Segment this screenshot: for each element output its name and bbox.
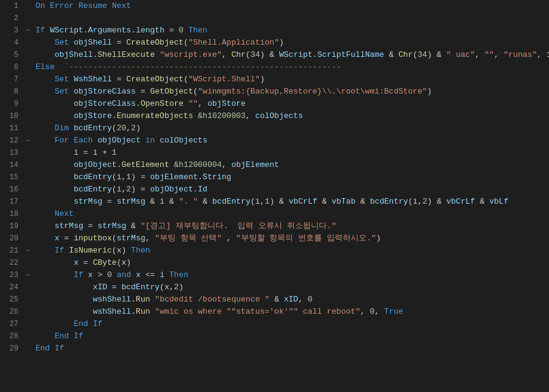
- token-in-12: in: [146, 135, 155, 147]
- token-korean-20b: "부팅할 항목의 번호를 입력하시오.": [236, 232, 376, 245]
- fold-4: [23, 37, 33, 49]
- token-enumobj: EnumerateObjects: [117, 110, 193, 122]
- code-line-28: End If: [35, 330, 549, 342]
- fold-3[interactable]: −: [23, 24, 33, 37]
- code-line-4: Set objShell = CreateObject("Shell.Appli…: [35, 37, 549, 49]
- line-num-15: 15: [0, 171, 18, 183]
- token-shellexecute: ShellExecute: [97, 49, 155, 61]
- token-2-17: 2: [422, 196, 427, 208]
- code-line-1: On Error Resume Next: [35, 0, 549, 12]
- token-bcdentry-15: bcdEntry: [73, 171, 111, 183]
- token-korean-19: "[경고] 재부팅합니다. 입력 오류시 취소됩니다.": [141, 220, 337, 232]
- code-content[interactable]: On Error Resume Next If WScript.Argument…: [33, 0, 549, 392]
- token-set-4: Set: [54, 37, 69, 49]
- code-line-3: If WScript.Arguments.length = 0 Then: [35, 24, 549, 37]
- fold-21[interactable]: −: [23, 245, 33, 257]
- token-wscript-exe: "wscript.exe": [160, 49, 222, 61]
- fold-2: [23, 12, 33, 24]
- token-objobject: objObject: [97, 135, 140, 147]
- line-num-18: 18: [0, 208, 18, 220]
- code-line-19: strMsg = strMsg & "[경고] 재부팅합니다. 입력 오류시 취…: [35, 220, 549, 232]
- token-xid-24: xID: [93, 281, 107, 294]
- token-objstoreclass: objStoreClass: [73, 86, 135, 98]
- token-0-23: 0: [107, 269, 112, 281]
- code-line-29: End If: [35, 342, 549, 355]
- token-wshshell-26: wshShell: [93, 306, 131, 318]
- token-arguments: Arguments: [88, 24, 131, 37]
- fold-25: [23, 294, 33, 306]
- token-true-26: True: [384, 306, 403, 318]
- fold-23[interactable]: −: [23, 269, 33, 281]
- token-vbcrlf-17b: vbCrLf: [446, 196, 475, 208]
- code-line-14: objObject.GetElement &h12000004, objElem…: [35, 159, 549, 171]
- line-num-6: 6: [0, 61, 18, 73]
- token-wshshell: WshShell: [73, 73, 111, 86]
- token-then-23: Then: [170, 269, 189, 281]
- line-num-20: 20: [0, 232, 18, 245]
- fold-14: [23, 159, 33, 171]
- token-bcdentry-17b: bcdEntry: [370, 196, 408, 208]
- line-num-13: 13: [0, 147, 18, 159]
- token-empty2: "": [189, 98, 198, 110]
- token-uac: " uac": [446, 49, 475, 61]
- token-end-if-27: End If: [73, 318, 102, 330]
- token-i-17: i: [160, 196, 165, 208]
- token-isnumeric: IsNumeric: [69, 245, 112, 257]
- token-inputbox: inputbox: [73, 232, 111, 245]
- token-getobject: GetObject: [150, 86, 193, 98]
- token-openstore: OpenStore: [141, 98, 184, 110]
- token-bcdentry-17a: bcdEntry: [212, 196, 250, 208]
- token-dot: ". ": [179, 196, 198, 208]
- token-1-13: 1: [112, 147, 117, 159]
- line-num-12: 12: [0, 135, 18, 147]
- token-on: On: [35, 0, 45, 12]
- line-num-3: 3: [0, 24, 18, 37]
- fold-7: [23, 73, 33, 86]
- token-scriptfullname: ScriptFullName: [317, 49, 384, 61]
- code-line-26: wshShell.Run "wmic os where ""status='ok…: [35, 306, 549, 318]
- line-num-19: 19: [0, 220, 18, 232]
- line-num-23: 23: [0, 269, 18, 281]
- token-1-15: 1: [126, 171, 131, 183]
- code-line-9: objStoreClass.OpenStore "", objStore: [35, 98, 549, 110]
- token-xid-25: xID: [284, 294, 298, 306]
- fold-13: [23, 147, 33, 159]
- token-if-21: If: [54, 245, 64, 257]
- token-getelement: GetElement: [121, 159, 169, 171]
- fold-12[interactable]: −: [23, 135, 33, 147]
- token-x-23b: x: [136, 269, 141, 281]
- token-resume: Resume: [78, 0, 107, 12]
- token-next-1: Next: [112, 0, 131, 12]
- line-num-28: 28: [0, 330, 18, 342]
- line-num-14: 14: [0, 159, 18, 171]
- token-strmsg-17: strMsg: [73, 196, 102, 208]
- token-objshell-5: objShell: [54, 49, 92, 61]
- token-end-if-29: End If: [35, 342, 64, 355]
- token-chr-5b: Chr: [398, 49, 413, 61]
- token-hex14: &h12000004: [174, 159, 222, 171]
- token-1-17: 1: [265, 196, 270, 208]
- token-wscript-shell: "WScript.Shell": [189, 73, 260, 86]
- code-line-8: Set objStoreClass = GetObject("winmgmts:…: [35, 86, 549, 98]
- fold-gutter: − − − −: [23, 0, 33, 392]
- line-num-17: 17: [0, 196, 18, 208]
- token-chr-5a: Chr: [231, 49, 245, 61]
- line-num-29: 29: [0, 342, 18, 355]
- token-objelement-15: objElement: [150, 171, 198, 183]
- token-2-24: 2: [174, 281, 179, 294]
- code-line-20: x = inputbox(strMsg, "부팅 항목 선택" , "부팅할 항…: [35, 232, 549, 245]
- code-line-17: strMsg = strMsg & i & ". " & bcdEntry(i,…: [35, 196, 549, 208]
- line-num-1: 1: [0, 0, 18, 12]
- fold-6: [23, 61, 33, 73]
- line-num-8: 8: [0, 86, 18, 98]
- token-error: Error: [50, 0, 73, 12]
- token-shell-app: "Shell.Application": [189, 37, 279, 49]
- token-strmsg-19: strMsg: [54, 220, 83, 232]
- token-20: 20: [117, 122, 127, 135]
- line-num-26: 26: [0, 306, 18, 318]
- code-line-5: objShell.ShellExecute "wscript.exe", Chr…: [35, 49, 549, 61]
- token-bcdedit: "bcdedit /bootsequence ": [155, 294, 269, 306]
- line-num-5: 5: [0, 49, 18, 61]
- code-line-2: [35, 12, 549, 24]
- code-line-18: Next: [35, 208, 549, 220]
